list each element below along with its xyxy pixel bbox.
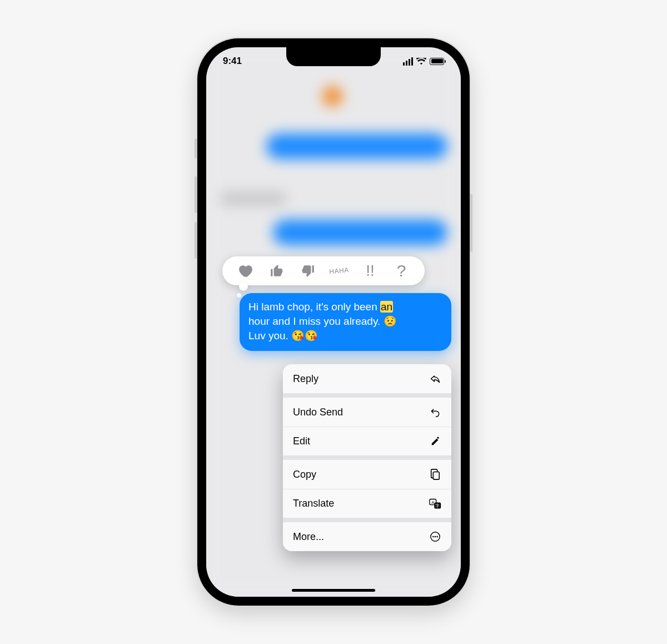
highlight-an: an [380, 301, 393, 313]
wifi-icon [416, 58, 426, 65]
menu-item-translate[interactable]: Translate A 字 [283, 489, 451, 518]
menu-item-undo-send[interactable]: Undo Send [283, 398, 451, 427]
screen: 9:41 [206, 47, 461, 597]
message-text: Luv you. 😘😘 [248, 330, 318, 341]
tapback-heart[interactable] [233, 259, 258, 283]
reply-icon [429, 373, 441, 385]
edit-icon [429, 435, 441, 448]
svg-point-8 [436, 536, 438, 538]
menu-label: Translate [293, 498, 334, 509]
menu-item-edit[interactable]: Edit [283, 427, 451, 455]
svg-point-6 [432, 536, 434, 538]
tapback-reaction-bar: HAHA !! ? [222, 256, 425, 285]
volume-up-button [195, 176, 197, 213]
menu-label: Undo Send [293, 407, 343, 418]
iphone-device-frame: 9:41 [197, 38, 470, 606]
message-text: Hi lamb chop, it's only been [248, 301, 380, 313]
status-time: 9:41 [223, 56, 242, 67]
power-button [470, 194, 472, 252]
tapback-thumbs-down[interactable] [296, 259, 320, 283]
menu-label: More... [293, 531, 324, 543]
svg-point-7 [435, 536, 436, 538]
translate-icon: A 字 [429, 498, 441, 510]
selected-message-bubble[interactable]: Hi lamb chop, it's only been an hour and… [240, 293, 451, 351]
battery-icon [430, 58, 444, 65]
silence-switch [195, 138, 197, 158]
menu-item-more[interactable]: More... [283, 522, 451, 551]
svg-rect-0 [433, 472, 439, 479]
menu-item-copy[interactable]: Copy [283, 460, 451, 489]
more-icon [429, 531, 441, 543]
tapback-question[interactable]: ? [389, 259, 414, 283]
message-context-menu: Reply Undo Send Edit [283, 364, 451, 551]
svg-text:字: 字 [435, 503, 440, 508]
volume-down-button [195, 222, 197, 259]
notch [286, 47, 381, 66]
menu-item-reply[interactable]: Reply [283, 364, 451, 393]
menu-label: Reply [293, 373, 318, 385]
tapback-exclaim[interactable]: !! [358, 259, 382, 283]
message-text: hour and I miss you already. 😟 [248, 315, 397, 327]
bubble-tail-icon [440, 337, 452, 349]
menu-label: Copy [293, 469, 316, 480]
menu-label: Edit [293, 435, 310, 447]
tapback-haha[interactable]: HAHA [326, 257, 352, 284]
tapback-thumbs-up[interactable] [265, 259, 289, 283]
copy-icon [429, 468, 441, 480]
home-indicator[interactable] [292, 589, 375, 592]
cellular-signal-icon [403, 57, 413, 66]
undo-icon [429, 406, 441, 418]
